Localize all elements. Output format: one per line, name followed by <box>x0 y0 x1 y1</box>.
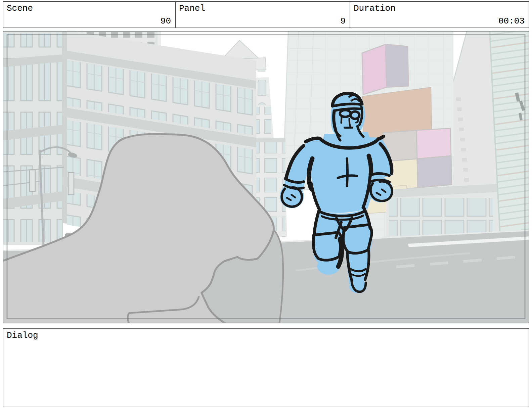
duration-cell: Duration 00:03 <box>350 1 529 28</box>
billboard-folded-right <box>386 44 408 87</box>
duration-label: Duration <box>354 3 396 13</box>
panel-value: 9 <box>340 16 346 26</box>
billboard-folded-left <box>362 44 387 95</box>
panel-cell: Panel 9 <box>176 1 350 28</box>
hanging-sign <box>68 173 74 195</box>
panel-label: Panel <box>179 3 205 13</box>
storefronts <box>386 184 497 240</box>
billboard-grid <box>383 128 452 191</box>
storyboard-image-panel <box>3 31 529 323</box>
scene-label: Scene <box>7 3 33 13</box>
storyboard-sheet: Scene 90 Panel 9 Duration 00:03 <box>0 0 532 411</box>
scene-cell: Scene 90 <box>3 1 176 28</box>
duration-value: 00:03 <box>498 16 525 26</box>
dialog-label: Dialog <box>7 330 38 340</box>
hanging-sign <box>30 170 35 191</box>
dialog-text <box>7 344 525 404</box>
storyboard-image <box>3 32 529 323</box>
scene-value: 90 <box>161 16 171 26</box>
dialog-box: Dialog <box>3 328 529 407</box>
header-row: Scene 90 Panel 9 Duration 00:03 <box>3 1 529 28</box>
